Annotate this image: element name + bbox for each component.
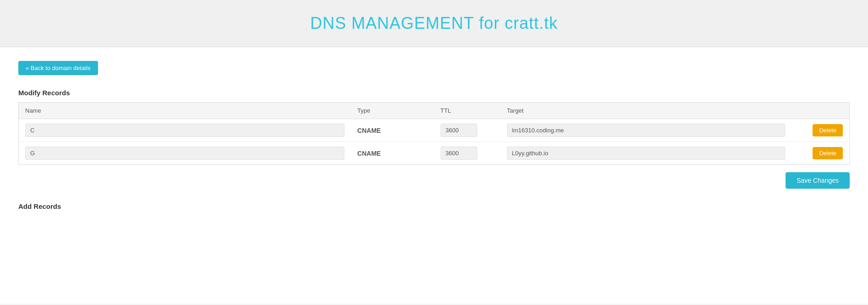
col-header-action [792, 103, 850, 119]
add-records-section: Add Records [18, 202, 850, 210]
record-ttl-input[interactable] [441, 147, 477, 160]
save-changes-row: Save Changes [18, 172, 850, 189]
table-row: CNAME Delete [19, 142, 850, 165]
col-header-name: Name [19, 103, 351, 119]
back-to-domain-button[interactable]: « Back to domain details [18, 61, 98, 75]
record-type: CNAME [351, 142, 434, 165]
record-type: CNAME [351, 119, 434, 142]
save-changes-button[interactable]: Save Changes [786, 172, 850, 189]
col-header-target: Target [501, 103, 792, 119]
record-target-input[interactable] [507, 147, 785, 160]
modify-records-title: Modify Records [18, 89, 850, 97]
main-content: « Back to domain details Modify Records … [0, 47, 868, 304]
table-header-row: Name Type TTL Target [19, 103, 850, 119]
add-records-title: Add Records [18, 202, 850, 210]
record-name-input[interactable] [25, 124, 344, 137]
col-header-type: Type [351, 103, 434, 119]
delete-record-button[interactable]: Delete [813, 147, 843, 159]
page-title: DNS MANAGEMENT for cratt.tk [9, 14, 859, 33]
page-header: DNS MANAGEMENT for cratt.tk [0, 0, 868, 47]
record-ttl-input[interactable] [441, 124, 477, 137]
col-header-ttl: TTL [434, 103, 501, 119]
modify-records-section: Modify Records Name Type TTL Target CNAM… [18, 89, 850, 165]
delete-record-button[interactable]: Delete [813, 124, 843, 136]
record-name-input[interactable] [25, 147, 344, 160]
record-target-input[interactable] [507, 124, 785, 137]
table-row: CNAME Delete [19, 119, 850, 142]
records-table: Name Type TTL Target CNAME Del [18, 102, 850, 165]
